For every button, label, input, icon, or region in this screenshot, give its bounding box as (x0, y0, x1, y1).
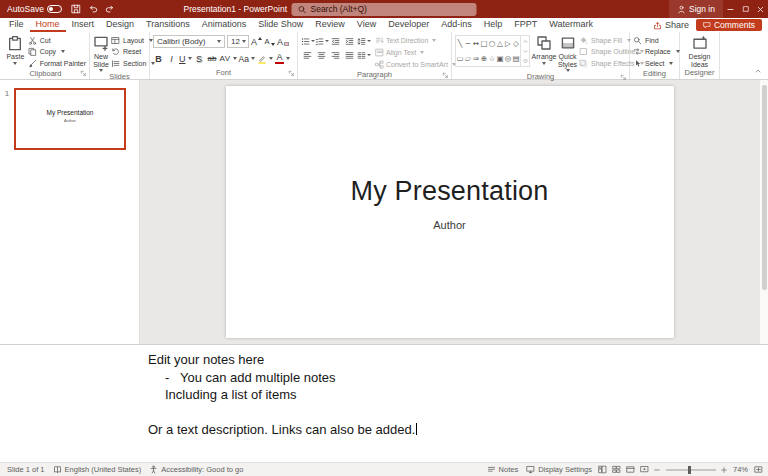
columns-button[interactable] (357, 49, 370, 62)
shape-parallelogram-icon[interactable]: ▱ (464, 51, 472, 66)
zoom-level[interactable]: 74% (730, 465, 751, 474)
notes-toggle-button[interactable]: Notes (483, 463, 523, 476)
tab-help[interactable]: Help (478, 18, 509, 32)
tab-add-ins[interactable]: Add-ins (435, 18, 478, 32)
shape-square-icon[interactable]: ▣ (496, 51, 504, 66)
numbering-button[interactable] (315, 35, 328, 48)
notes-pane[interactable]: Edit your notes here - You can add multi… (0, 344, 768, 462)
highlight-color-button[interactable] (257, 52, 273, 65)
shapes-scroll-down-button[interactable] (521, 46, 529, 56)
align-text-button[interactable]: Align Text (375, 47, 456, 58)
undo-button[interactable] (85, 0, 102, 18)
slide-thumbnail[interactable]: My Presentation Author (14, 88, 126, 150)
zoom-out-button[interactable] (652, 463, 663, 476)
share-button[interactable]: Share (646, 18, 696, 32)
tab-watermark[interactable]: Watermark (543, 18, 599, 32)
display-settings-button[interactable]: Display Settings (522, 463, 596, 476)
search-box[interactable]: Search (Alt+Q) (292, 3, 477, 16)
shape-right-triangle-icon[interactable]: ▷ (504, 36, 512, 51)
shape-star-icon[interactable]: ☆ (488, 51, 496, 66)
shape-straight-line-icon[interactable]: ─ (464, 36, 472, 51)
shape-line-icon[interactable]: ╲ (456, 36, 464, 51)
shapes-more-button[interactable] (521, 56, 529, 66)
change-case-button[interactable]: Aa (239, 52, 255, 65)
italic-button[interactable]: I (166, 52, 177, 65)
bold-button[interactable]: B (153, 52, 164, 65)
shape-plus-icon[interactable]: ⊕ (480, 51, 488, 66)
tab-transitions[interactable]: Transitions (140, 18, 196, 32)
increase-indent-button[interactable] (343, 35, 356, 48)
tab-view[interactable]: View (351, 18, 382, 32)
align-center-button[interactable] (315, 49, 328, 62)
text-shadow-button[interactable]: S (194, 52, 205, 65)
zoom-slider[interactable] (666, 469, 716, 471)
design-ideas-button[interactable]: Design Ideas (683, 34, 716, 68)
slideshow-button[interactable] (638, 463, 652, 476)
reset-button[interactable]: Reset (111, 47, 155, 58)
quick-styles-button[interactable]: Quick Styles (558, 34, 577, 72)
new-slide-button[interactable]: New Slide (93, 34, 109, 72)
slide-editor[interactable]: My Presentation Author (226, 86, 674, 338)
shape-block-arrow-icon[interactable]: ⇒ (472, 51, 480, 66)
align-right-button[interactable] (329, 49, 342, 62)
shapes-scroll-up-button[interactable] (521, 36, 529, 46)
maximize-button[interactable] (738, 0, 753, 18)
tab-home[interactable]: Home (30, 18, 66, 32)
zoom-in-button[interactable] (719, 463, 730, 476)
section-button[interactable]: Section (111, 58, 155, 69)
save-button[interactable] (68, 0, 85, 18)
slide-sorter-view-button[interactable] (610, 463, 624, 476)
accessibility-button[interactable]: Accessibility: Good to go (145, 463, 247, 476)
comments-button[interactable]: Comments (696, 19, 762, 31)
justify-button[interactable] (343, 49, 356, 62)
close-button[interactable] (753, 0, 768, 18)
tab-review[interactable]: Review (309, 18, 351, 32)
tab-fppt[interactable]: FPPT (508, 18, 543, 32)
font-color-button[interactable]: A (275, 52, 290, 65)
reading-view-button[interactable] (624, 463, 638, 476)
shape-rectangle-icon[interactable]: □ (480, 36, 488, 51)
tab-developer[interactable]: Developer (382, 18, 435, 32)
shape-rect2-icon[interactable]: ▭ (456, 51, 464, 66)
clear-formatting-button[interactable]: A (277, 35, 289, 48)
decrease-indent-button[interactable] (329, 35, 342, 48)
increase-font-size-button[interactable]: A (251, 35, 262, 48)
autosave-toggle[interactable]: AutoSave (0, 4, 68, 14)
slide-subtitle-text[interactable]: Author (433, 219, 465, 231)
font-size-select[interactable]: 12 (227, 35, 249, 48)
bullets-button[interactable] (301, 35, 314, 48)
paste-button[interactable]: Paste (5, 34, 26, 69)
normal-view-button[interactable] (596, 463, 610, 476)
font-dialog-launcher[interactable] (288, 70, 295, 77)
vertical-scrollbar[interactable] (759, 80, 768, 344)
decrease-font-size-button[interactable]: A (264, 35, 275, 48)
character-spacing-button[interactable]: AV (220, 52, 237, 65)
strikethrough-button[interactable]: ab (207, 52, 218, 65)
underline-button[interactable]: U (179, 52, 192, 65)
layout-button[interactable]: Layout (111, 35, 155, 46)
fit-to-window-button[interactable] (751, 463, 765, 476)
select-button[interactable]: Select (633, 58, 680, 69)
language-button[interactable]: English (United States) (49, 463, 146, 476)
sign-in-button[interactable]: Sign in (669, 0, 723, 18)
line-spacing-button[interactable] (357, 35, 370, 48)
text-direction-button[interactable]: Text Direction (375, 35, 456, 46)
format-painter-button[interactable]: Format Painter (28, 58, 86, 69)
tab-file[interactable]: File (3, 18, 30, 32)
zoom-slider-thumb[interactable] (688, 466, 691, 474)
shape-flowchart-icon[interactable]: ▤ (512, 51, 520, 66)
font-name-select[interactable]: Calibri (Body) (153, 35, 225, 48)
align-left-button[interactable] (301, 49, 314, 62)
arrange-button[interactable]: Arrange (532, 34, 556, 72)
shape-triangle-icon[interactable]: △ (496, 36, 504, 51)
copy-button[interactable]: Copy (28, 47, 86, 58)
paragraph-dialog-launcher[interactable] (442, 72, 449, 79)
replace-button[interactable]: Replace (633, 47, 680, 58)
clipboard-dialog-launcher[interactable] (80, 70, 87, 77)
convert-smartart-button[interactable]: Convert to SmartArt (375, 59, 456, 70)
shape-arrow-icon[interactable]: ↔ (472, 36, 480, 51)
minimize-button[interactable] (723, 0, 738, 18)
shape-diamond-icon[interactable]: ◇ (512, 36, 520, 51)
tab-design[interactable]: Design (100, 18, 140, 32)
tab-slide-show[interactable]: Slide Show (252, 18, 309, 32)
